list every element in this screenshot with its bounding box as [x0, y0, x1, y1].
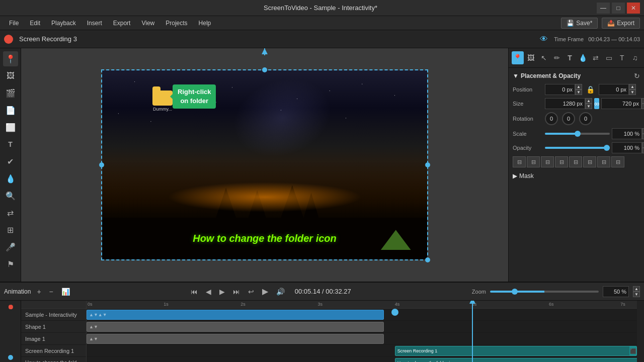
- rot-z-input[interactable]: 0: [579, 112, 592, 125]
- tool-shape[interactable]: ⬜: [3, 120, 18, 135]
- menu-insert[interactable]: Insert: [82, 18, 107, 29]
- export-button[interactable]: 📤 Export: [602, 18, 640, 29]
- zoom-value-input[interactable]: [603, 286, 629, 297]
- right-tool-pin[interactable]: 📍: [512, 51, 524, 64]
- tool-image[interactable]: 🖼: [3, 68, 18, 83]
- save-button[interactable]: 💾 Save*: [561, 18, 598, 29]
- scale-input[interactable]: [612, 128, 642, 139]
- clip-interactivity[interactable]: ▲▼▲▼: [87, 310, 384, 320]
- menu-export[interactable]: Export: [108, 18, 136, 29]
- right-tool-transition[interactable]: ⇄: [590, 51, 602, 64]
- volume[interactable]: 🔊: [274, 287, 287, 297]
- right-tool-pen[interactable]: ✏: [551, 51, 563, 64]
- add-animation[interactable]: +: [35, 287, 43, 297]
- size-w-input[interactable]: [545, 98, 585, 109]
- tool-grid[interactable]: ⊞: [3, 222, 18, 237]
- size-h-up[interactable]: ▲: [641, 98, 644, 104]
- scale-slider[interactable]: [545, 133, 610, 135]
- minimize-button[interactable]: —: [597, 3, 610, 14]
- opacity-slider[interactable]: [545, 147, 610, 149]
- pos-x-up[interactable]: ▲: [575, 84, 582, 89]
- menu-edit[interactable]: Edit: [25, 18, 45, 29]
- track-row-0[interactable]: ▲▼▲▼: [87, 309, 637, 321]
- scale-up[interactable]: ▲: [642, 128, 644, 134]
- menu-file[interactable]: File: [4, 18, 24, 29]
- go-start[interactable]: ⏮: [189, 287, 200, 297]
- handle-top[interactable]: [262, 67, 267, 72]
- scale-down[interactable]: ▼: [642, 134, 644, 139]
- track-row-1[interactable]: ▲▼: [87, 321, 637, 333]
- tool-location[interactable]: 📍: [3, 51, 18, 66]
- track-row-3[interactable]: Screen Recording 1 ⬛: [87, 345, 637, 357]
- timeline-ruler[interactable]: 0s 1s 2s 3s 4s 5s 6s 7s: [87, 301, 637, 309]
- menu-view[interactable]: View: [136, 18, 159, 29]
- align-left[interactable]: ⊟: [513, 156, 526, 167]
- right-tool-cursor[interactable]: ↖: [538, 51, 550, 64]
- tool-mic[interactable]: 🎤: [3, 239, 18, 254]
- size-h-down[interactable]: ▼: [641, 104, 644, 109]
- tool-transition[interactable]: ⇄: [3, 205, 18, 220]
- size-w-down[interactable]: ▼: [585, 104, 592, 109]
- pos-y-down[interactable]: ▼: [629, 89, 636, 95]
- tool-flag[interactable]: ⚑: [3, 256, 18, 272]
- record-button[interactable]: ⏺: [7, 303, 14, 311]
- opacity-up[interactable]: ▲: [642, 142, 644, 148]
- go-prev[interactable]: ◀: [204, 287, 213, 297]
- tool-zoom[interactable]: 🔍: [3, 188, 18, 203]
- track-content[interactable]: 0s 1s 2s 3s 4s 5s 6s 7s ▲▼▲▼ ▲▼: [87, 301, 637, 362]
- eye-icon[interactable]: 👁: [540, 35, 548, 44]
- lock-icon[interactable]: 🔒: [586, 85, 595, 94]
- canvas-area[interactable]: How to change the folder icon Dummy... R…: [21, 48, 508, 282]
- menu-playback[interactable]: Playback: [46, 18, 81, 29]
- tool-paint[interactable]: 💧: [3, 171, 18, 186]
- right-tool-music[interactable]: ♫: [629, 51, 641, 64]
- right-tool-text[interactable]: T: [564, 51, 576, 64]
- remove-animation[interactable]: −: [47, 287, 55, 297]
- zoom-up[interactable]: ▲: [633, 286, 640, 292]
- handle-bottom-right[interactable]: [425, 257, 430, 262]
- rot-x-input[interactable]: 0: [545, 112, 558, 125]
- play[interactable]: ▶: [260, 286, 270, 297]
- opacity-input[interactable]: [612, 142, 642, 153]
- track-row-4[interactable]: How to change the folder ico...: [87, 357, 637, 362]
- handle-right[interactable]: [425, 162, 430, 167]
- align-center[interactable]: ⊟: [527, 156, 540, 167]
- size-w-up[interactable]: ▲: [585, 98, 592, 104]
- track-row-2[interactable]: ▲▼: [87, 333, 637, 345]
- pos-x-input[interactable]: [545, 84, 575, 95]
- align-fill-h[interactable]: ⊟: [597, 156, 610, 167]
- rot-y-input[interactable]: 0: [562, 112, 575, 125]
- align-bottom[interactable]: ⊟: [583, 156, 596, 167]
- right-tool-text2[interactable]: T: [616, 51, 628, 64]
- aspect-lock-icon[interactable]: ∞: [594, 98, 599, 109]
- chevron-down-icon[interactable]: ▼: [513, 72, 519, 79]
- pos-x-down[interactable]: ▼: [575, 89, 582, 95]
- timeline-scrollbar[interactable]: [637, 301, 644, 362]
- go-next[interactable]: ▶: [217, 287, 227, 297]
- animation-chart[interactable]: 📊: [59, 287, 72, 297]
- menu-projects[interactable]: Projects: [160, 18, 192, 29]
- align-top[interactable]: ⊟: [555, 156, 568, 167]
- tool-check[interactable]: ✔: [3, 154, 18, 169]
- close-button[interactable]: ✕: [627, 3, 640, 14]
- tool-text[interactable]: T: [3, 137, 18, 152]
- pos-y-input[interactable]: [599, 84, 629, 95]
- handle-left[interactable]: [99, 162, 104, 167]
- clip-shape1[interactable]: ▲▼: [87, 322, 384, 332]
- right-tool-paint[interactable]: 💧: [577, 51, 589, 64]
- video-preview[interactable]: How to change the folder icon Dummy... R…: [101, 69, 428, 260]
- refresh-icon[interactable]: ↻: [634, 72, 640, 80]
- menu-help[interactable]: Help: [194, 18, 216, 29]
- right-tool-image[interactable]: 🖼: [525, 51, 537, 64]
- align-right[interactable]: ⊟: [541, 156, 554, 167]
- tool-video[interactable]: 🎬: [3, 85, 18, 101]
- size-h-input[interactable]: [601, 98, 641, 109]
- opacity-down[interactable]: ▼: [642, 148, 644, 153]
- zoom-slider[interactable]: [490, 291, 599, 293]
- zoom-down[interactable]: ▼: [633, 292, 640, 297]
- undo[interactable]: ↩: [246, 287, 256, 297]
- right-tool-rect[interactable]: ▭: [603, 51, 615, 64]
- clip-text1[interactable]: How to change the folder ico...: [395, 358, 637, 362]
- align-middle[interactable]: ⊟: [569, 156, 582, 167]
- align-fill-v[interactable]: ⊟: [611, 156, 624, 167]
